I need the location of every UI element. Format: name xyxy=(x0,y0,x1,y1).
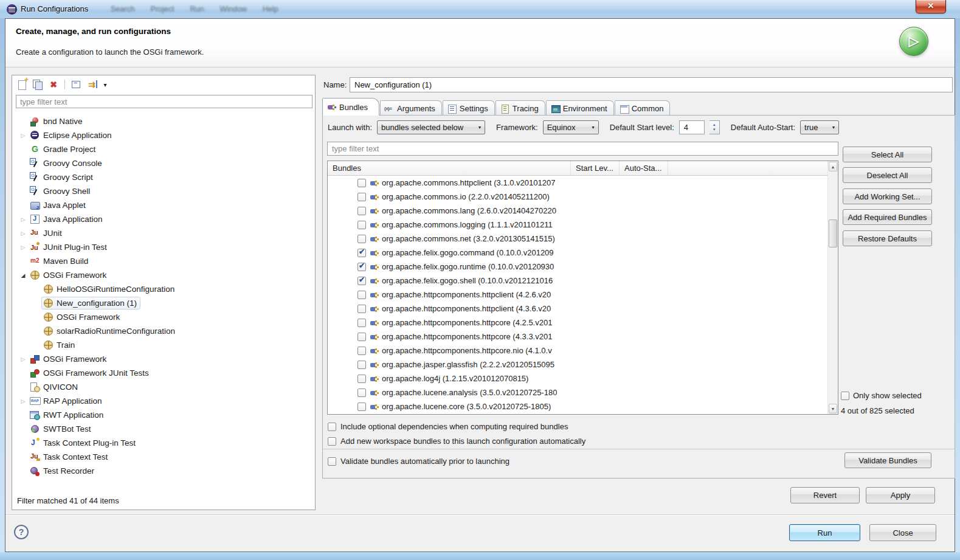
scrollbar-thumb[interactable] xyxy=(829,220,837,247)
bundle-row[interactable]: org.apache.felix.gogo.runtime (0.10.0.v2… xyxy=(328,260,827,274)
tree-item[interactable]: Task Context Plug-in Test xyxy=(12,436,314,450)
tree-item[interactable]: Java Application xyxy=(12,212,314,226)
tree-item[interactable]: SWTBot Test xyxy=(12,422,314,436)
expander-icon[interactable] xyxy=(18,466,28,476)
select-all-button[interactable]: Select All xyxy=(843,147,932,162)
tab-environment[interactable]: Environment xyxy=(546,100,614,116)
bundle-checkbox[interactable] xyxy=(357,179,366,187)
expander-icon[interactable] xyxy=(18,354,28,364)
bundle-row[interactable]: org.apache.commons.net (3.2.0.v201305141… xyxy=(328,232,827,246)
expander-icon[interactable] xyxy=(18,243,28,252)
bundle-row[interactable]: org.apache.commons.logging (1.1.1.v20110… xyxy=(328,218,827,232)
expander-icon[interactable] xyxy=(32,313,41,322)
delete-configuration-icon[interactable]: ✖ xyxy=(47,78,60,91)
expander-icon[interactable] xyxy=(18,452,28,462)
launch-with-select[interactable]: bundles selected below▾ xyxy=(377,120,485,134)
expander-icon[interactable] xyxy=(18,145,28,154)
bundle-checkbox[interactable] xyxy=(357,291,366,299)
tab-bundles[interactable]: Bundles xyxy=(322,98,379,116)
tree-item[interactable]: Java Applet xyxy=(12,198,314,212)
tree-item[interactable]: Groovy Shell xyxy=(12,184,314,198)
bundle-row[interactable]: org.apache.commons.io (2.2.0.v2014052112… xyxy=(328,190,827,204)
expander-icon[interactable] xyxy=(18,187,28,196)
tab-tracing[interactable]: Tracing xyxy=(496,100,545,116)
expander-icon[interactable] xyxy=(18,424,28,434)
bundle-row[interactable]: org.apache.httpcomponents.httpcore (4.3.… xyxy=(328,330,827,344)
add-workspace-checkbox[interactable] xyxy=(328,437,336,446)
apply-button[interactable]: Apply xyxy=(866,487,935,503)
tree-item[interactable]: JUnit Plug-in Test xyxy=(12,240,314,254)
tree-item[interactable]: Groovy Console xyxy=(12,156,314,170)
expander-icon[interactable] xyxy=(18,382,28,392)
tree-item[interactable]: JUnit xyxy=(12,226,314,240)
expander-icon[interactable] xyxy=(18,368,28,378)
bundle-row[interactable]: org.apache.felix.gogo.shell (0.10.0.v201… xyxy=(328,274,827,288)
include-optional-checkbox[interactable] xyxy=(328,423,336,431)
add-working-set-button[interactable]: Add Working Set... xyxy=(843,188,932,204)
bundle-row[interactable]: org.apache.commons.httpclient (3.1.0.v20… xyxy=(328,176,827,190)
bundle-row[interactable]: org.apache.httpcomponents.httpcore (4.2.… xyxy=(328,316,827,330)
tree-item[interactable]: Gradle Project xyxy=(12,142,314,156)
bundle-row[interactable]: org.apache.lucene.core (3.5.0.v20120725-… xyxy=(328,399,827,413)
expander-icon[interactable] xyxy=(32,285,41,294)
deselect-all-button[interactable]: Deselect All xyxy=(843,167,932,183)
new-configuration-icon[interactable] xyxy=(15,78,29,91)
bundle-checkbox[interactable] xyxy=(357,375,366,383)
bundle-row[interactable]: org.apache.httpcomponents.httpcore.nio (… xyxy=(328,344,827,358)
bundle-row[interactable]: org.apache.lucene.analysis (3.5.0.v20120… xyxy=(328,385,827,399)
column-bundles[interactable]: Bundles xyxy=(328,161,571,175)
tree-item[interactable]: Task Context Test xyxy=(12,450,314,464)
expander-icon[interactable] xyxy=(32,327,41,336)
bundle-row[interactable]: org.apache.felix.gogo.command (0.10.0.v2… xyxy=(328,246,827,260)
bundle-checkbox[interactable] xyxy=(357,221,366,229)
bundle-checkbox[interactable] xyxy=(357,305,366,313)
tree-item[interactable]: OSGi Framework xyxy=(12,352,314,366)
tree-item[interactable]: solarRadioRuntimeConfiguration xyxy=(12,324,314,338)
run-button[interactable]: Run xyxy=(789,524,860,541)
bundle-checkbox[interactable] xyxy=(357,403,366,411)
expander-icon[interactable] xyxy=(18,271,28,280)
toolbar-menu-caret-icon[interactable]: ▾ xyxy=(101,78,109,91)
tree-item[interactable]: Maven Build xyxy=(12,254,314,268)
only-show-selected-checkbox[interactable] xyxy=(841,392,849,400)
expander-icon[interactable] xyxy=(18,201,28,210)
expander-icon[interactable] xyxy=(18,410,28,420)
configurations-filter-input[interactable] xyxy=(16,95,313,108)
filter-configurations-icon[interactable] xyxy=(85,78,98,91)
bundle-checkbox[interactable] xyxy=(357,193,366,201)
name-input[interactable] xyxy=(350,77,953,92)
close-button[interactable]: Close xyxy=(869,524,936,541)
bundle-row[interactable]: org.apache.jasper.glassfish (2.2.2.v2012… xyxy=(328,358,827,372)
bundle-row[interactable]: org.apache.httpcomponents.httpclient (4.… xyxy=(328,288,827,302)
expander-icon[interactable] xyxy=(32,299,41,308)
tree-item[interactable]: Train xyxy=(12,338,314,352)
framework-select[interactable]: Equinox▾ xyxy=(543,120,599,134)
column-start-level[interactable]: Start Lev... xyxy=(571,161,620,175)
bundle-checkbox[interactable] xyxy=(357,389,366,397)
tree-item[interactable]: bnd Native xyxy=(12,114,314,128)
table-scrollbar[interactable]: ▲ ▼ xyxy=(827,161,838,414)
bundle-checkbox[interactable] xyxy=(357,277,366,285)
expander-icon[interactable] xyxy=(18,159,28,168)
expander-icon[interactable] xyxy=(32,340,41,350)
collapse-all-icon[interactable] xyxy=(69,78,83,91)
expander-icon[interactable] xyxy=(18,396,28,406)
bundle-checkbox[interactable] xyxy=(357,207,366,215)
expander-icon[interactable] xyxy=(18,131,28,140)
tree-item[interactable]: QIVICON xyxy=(12,380,314,394)
start-level-spinner[interactable]: ▲▼ xyxy=(710,120,720,134)
bundle-checkbox[interactable] xyxy=(357,263,366,271)
bundle-row[interactable]: org.apache.commons.lang (2.6.0.v20140427… xyxy=(328,204,827,218)
expander-icon[interactable] xyxy=(18,229,28,238)
help-button[interactable]: ? xyxy=(14,525,29,539)
bundle-row[interactable]: org.apache.log4j (1.2.15.v201012070815) xyxy=(328,372,827,385)
start-level-input[interactable]: 4 xyxy=(679,120,705,134)
validate-auto-checkbox[interactable] xyxy=(328,457,336,466)
tab-settings[interactable]: Settings xyxy=(443,100,495,116)
restore-defaults-button[interactable]: Restore Defaults xyxy=(843,230,932,246)
tree-item[interactable]: RAP Application xyxy=(12,394,314,408)
tree-item[interactable]: Eclipse Application xyxy=(12,128,314,142)
auto-start-select[interactable]: true▾ xyxy=(800,120,839,134)
bundles-filter-input[interactable] xyxy=(327,142,838,156)
column-auto-start[interactable]: Auto-Sta... xyxy=(620,161,668,175)
